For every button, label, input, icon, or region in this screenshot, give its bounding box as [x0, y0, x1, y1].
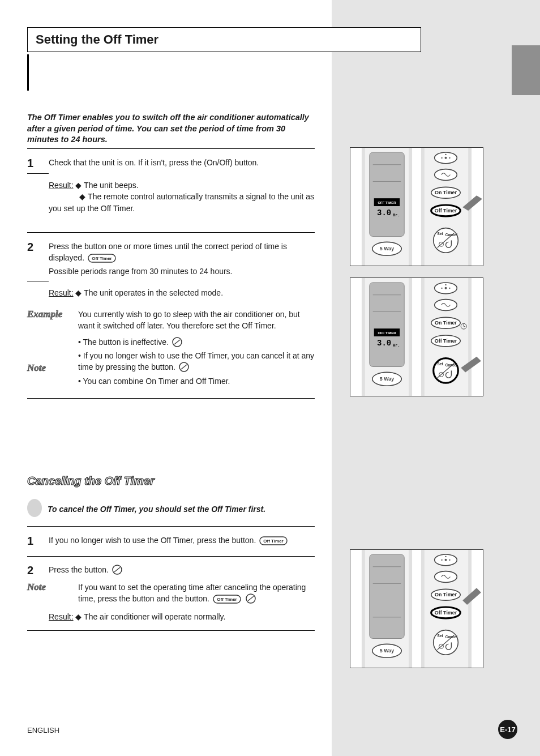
svg-text:Cancel: Cancel: [445, 363, 457, 367]
divider: [27, 148, 315, 149]
section-tab: [512, 45, 540, 95]
svg-point-44: [445, 284, 446, 285]
note-3: • You can combine On Timer and Off Timer…: [78, 377, 230, 386]
cancel-note-text: If you want to set the operating time af…: [78, 583, 306, 603]
step-underline: [27, 281, 49, 281]
note-label: Note: [27, 362, 72, 374]
svg-point-21: [441, 157, 442, 159]
note-2: • If you no longer wish to use the Off T…: [78, 351, 314, 371]
remote-figure-2: OFF TIMER 3.0 Hr. 5 Way On Timer Off Tim…: [350, 277, 483, 396]
example-label: Example: [27, 309, 72, 320]
note-block: Note • The button is ineffective. • If y…: [27, 336, 315, 387]
note-body: • The button is ineffective. • If you no…: [78, 336, 315, 387]
example-block: Example You currently wish to go to slee…: [27, 309, 315, 332]
step-2-body: Press the button one or more times until…: [49, 241, 315, 277]
manual-page: Setting the Off Timer The Off Timer enab…: [0, 0, 540, 756]
title-caret: [27, 54, 29, 91]
example-body: You currently wish to go to sleep with t…: [78, 309, 315, 332]
svg-text:Off Timer: Off Timer: [92, 256, 112, 261]
page-title-text: Setting the Off Timer: [36, 32, 158, 47]
cancel-step-2-text: Press the button.: [49, 565, 109, 574]
set-cancel-inline-icon: [179, 362, 189, 375]
divider: [27, 526, 315, 527]
off-timer-button-inline-icon: Off Timer: [88, 254, 116, 266]
svg-point-68: [449, 559, 450, 561]
step-number: 1: [27, 157, 41, 170]
svg-point-23: [445, 154, 446, 155]
off-timer-button-inline-icon: Off Timer: [213, 595, 241, 606]
page-title: Setting the Off Timer: [27, 27, 421, 52]
svg-rect-31: [370, 283, 404, 367]
svg-text:Cancel: Cancel: [445, 635, 457, 639]
cancel-timer-section: Canceling the Off Timer To cancel the Of…: [27, 442, 315, 631]
svg-point-22: [449, 157, 450, 159]
result-label: Result:: [49, 288, 74, 297]
result-a: The unit beeps.: [84, 181, 139, 190]
step-2: 2 Press the button one or more times unt…: [27, 241, 315, 277]
step-1-text: Check that the unit is on. If it isn't, …: [49, 158, 259, 167]
remote-figure-3: 5 Way On Timer Off Timer Set Cancel: [350, 549, 483, 668]
lcd-value: 3.0: [377, 208, 391, 217]
svg-text:3.0: 3.0: [377, 339, 391, 348]
divider: [27, 556, 315, 557]
on-timer-button-label: On Timer: [435, 190, 457, 195]
cancel-intro-text: To cancel the Off Timer, you should set …: [48, 503, 315, 515]
off-timer-button-inline-icon: Off Timer: [259, 536, 288, 548]
cancel-note-body: If you want to set the operating time af…: [78, 582, 315, 607]
divider: [27, 232, 315, 233]
svg-point-42: [441, 288, 442, 289]
step-number: 1: [27, 535, 41, 548]
cancel-result-text: The air conditioner will operate normall…: [84, 612, 225, 621]
result-label: Result:: [49, 612, 74, 621]
off-timer-button-label: Off Timer: [435, 208, 457, 213]
set-timer-section: 1 Check that the unit is on. If it isn't…: [27, 148, 315, 399]
step-1-result: Result: ◆ The unit beeps. ◆ The remote c…: [49, 180, 315, 214]
step-1-body: Check that the unit is on. If it isn't, …: [49, 157, 315, 170]
language-label: ENGLISH: [27, 726, 59, 734]
cancel-note-block: Note If you want to set the operating ti…: [27, 582, 315, 607]
set-cancel-inline-icon: [246, 593, 256, 606]
result-text: The unit operates in the selected mode.: [84, 288, 223, 297]
svg-text:On Timer: On Timer: [435, 592, 457, 597]
remote-figure-1: OFF TIMER 3.0 Hr. 5 Way On Timer Off Tim…: [350, 147, 483, 266]
lcd-unit: Hr.: [393, 213, 400, 217]
svg-rect-59: [370, 554, 404, 639]
page-number-badge: E-17: [498, 720, 517, 739]
svg-point-67: [441, 559, 442, 561]
cancel-label: Cancel: [445, 233, 457, 237]
five-way-button-label: 5 Way: [380, 246, 394, 251]
svg-text:On Timer: On Timer: [435, 320, 457, 326]
svg-point-69: [445, 556, 446, 557]
result-label: Result:: [49, 181, 74, 190]
svg-point-20: [445, 157, 447, 159]
svg-text:5 Way: 5 Way: [380, 648, 394, 654]
cancel-subtitle: Canceling the Off Timer: [27, 475, 315, 488]
step-number: 2: [27, 564, 41, 578]
step-2b: Possible periods range from 30 minutes t…: [49, 267, 233, 276]
step-2a: Press the button one or more times until…: [49, 242, 287, 262]
intro-paragraph: The Off Timer enables you to switch off …: [27, 112, 310, 146]
svg-text:Off Timer: Off Timer: [263, 539, 283, 544]
step-2-result: Result: ◆ The unit operates in the selec…: [49, 287, 315, 298]
set-cancel-inline-icon: [172, 337, 182, 350]
svg-text:Off Timer: Off Timer: [217, 597, 237, 602]
svg-text:Set: Set: [438, 362, 444, 366]
cancel-step-2-body: Press the button.: [49, 564, 315, 578]
note-1: • The button is ineffective.: [78, 338, 169, 347]
svg-text:OFF TIMER: OFF TIMER: [378, 331, 397, 335]
note-label: Note: [27, 582, 72, 593]
lcd-label: OFF TIMER: [378, 201, 397, 204]
result-b: The remote control automatically transmi…: [49, 192, 314, 212]
cancel-step-2: 2 Press the button.: [27, 564, 315, 578]
page-number: E-17: [500, 725, 515, 734]
cancel-step-1-body: If you no longer wish to use the Off Tim…: [49, 535, 315, 548]
step-number: 2: [27, 241, 41, 277]
bullet-icon: [27, 499, 42, 517]
set-cancel-inline-icon: [112, 565, 122, 578]
cancel-intro: To cancel the Off Timer, you should set …: [27, 501, 315, 517]
svg-text:Off Timer: Off Timer: [435, 338, 457, 344]
svg-point-43: [449, 288, 450, 289]
divider: [27, 630, 315, 631]
cancel-step-1: 1 If you no longer wish to use the Off T…: [27, 535, 315, 548]
svg-point-66: [445, 559, 447, 561]
